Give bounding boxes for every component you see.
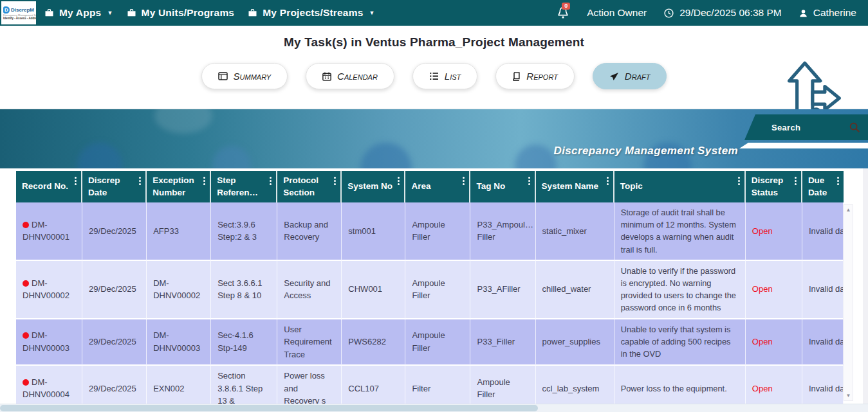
cell-protocol_section: Backup and Recovery (277, 202, 342, 261)
column-header-topic[interactable]: Topic (614, 171, 746, 202)
column-menu-icon[interactable] (334, 177, 336, 185)
chevron-down-icon: ▼ (369, 10, 374, 16)
scroll-down-arrow-icon[interactable]: ▼ (846, 393, 851, 399)
tab-draft-label: Draft (625, 71, 651, 82)
horizontal-scrollbar-thumb[interactable] (0, 405, 538, 411)
tab-list[interactable]: List (412, 63, 477, 89)
list-icon (429, 72, 439, 80)
tab-report-label: Report (526, 71, 558, 82)
cell-step_reference: Sec-4.1.6 Stp-149 (211, 319, 277, 366)
search-input[interactable]: Search (744, 114, 868, 140)
person-icon (799, 8, 808, 18)
column-header-due_date[interactable]: Due Date (802, 171, 844, 202)
cell-discrep_date: 29/Dec/2025 (82, 261, 147, 319)
top-nav-bar: D DiscrepM Discrepancy Management System… (0, 0, 868, 26)
cell-exception_number: AFP33 (147, 202, 211, 261)
page-scrollbar-track[interactable] (863, 168, 868, 404)
tab-calendar[interactable]: Calendar (306, 63, 394, 89)
cell-tag_no: P33_Ampoul… Filler (470, 202, 535, 261)
tasks-table: Record No.Discrep DateException NumberSt… (16, 171, 844, 412)
tab-summary[interactable]: Summary (201, 63, 288, 89)
column-header-step_reference[interactable]: Step Referen… (211, 171, 277, 202)
scroll-up-arrow-icon[interactable]: ▲ (846, 207, 851, 213)
column-menu-icon[interactable] (528, 177, 530, 185)
cell-system_no: CHW001 (342, 261, 405, 319)
notification-count-badge: 0 (562, 3, 570, 10)
cell-topic: Unable to verify if the password is encr… (614, 261, 746, 319)
cell-due_date: Invalid date (802, 202, 844, 261)
nav-my-projects-streams[interactable]: My Projects/Streams ▼ (247, 7, 374, 19)
cell-system_no: stm001 (342, 202, 405, 261)
cell-system_name: chilled_water (536, 261, 614, 319)
record-status-dot (23, 379, 29, 386)
horizontal-scrollbar[interactable] (0, 404, 868, 412)
record-status-dot (23, 332, 29, 339)
system-heading: Discrepancy Management System (553, 145, 738, 157)
cell-discrep_status: Open (746, 261, 802, 319)
column-header-record_no[interactable]: Record No. (16, 171, 82, 202)
table-row[interactable]: DM-DHNV0000329/Dec/2025DM-DHNV00003Sec-4… (16, 319, 844, 366)
cell-discrep_status: Open (746, 319, 802, 366)
column-header-exception_number[interactable]: Exception Number (147, 171, 211, 202)
column-menu-icon[interactable] (837, 177, 839, 185)
table-vertical-scrollbar[interactable]: ▲ ▼ (844, 204, 853, 401)
cell-due_date: Invalid date (802, 319, 844, 366)
table-header-row: Record No.Discrep DateException NumberSt… (16, 171, 844, 202)
column-menu-icon[interactable] (607, 177, 609, 185)
cell-topic: Storage of audit trail shall be minimum … (614, 202, 746, 261)
column-menu-icon[interactable] (398, 177, 400, 185)
column-header-protocol_section[interactable]: Protocol Section (277, 171, 342, 202)
cell-exception_number: DM-DHNV00002 (147, 261, 211, 319)
role-selector[interactable]: Action Owner (587, 7, 647, 19)
nav-my-units-label: My Units/Programs (142, 7, 235, 19)
table-header: Record No.Discrep DateException NumberSt… (16, 171, 844, 202)
cell-record_no: DM-DHNV00002 (16, 261, 82, 319)
column-header-tag_no[interactable]: Tag No (470, 171, 535, 202)
cell-topic: Unable to verify that system is capable … (614, 319, 746, 366)
record-status-dot (23, 280, 29, 287)
nav-my-projects-label: My Projects/Streams (263, 7, 363, 19)
page-header-band: My Task(s) in Ventus Pharma_Project Mana… (0, 26, 868, 109)
user-menu[interactable]: Catherine (799, 7, 856, 19)
table-row[interactable]: DM-DHNV0000229/Dec/2025DM-DHNV00002Sect … (16, 261, 844, 319)
record-status-dot (23, 222, 29, 228)
nav-my-apps[interactable]: My Apps ▼ (44, 7, 113, 19)
tab-draft[interactable]: Draft (593, 63, 667, 89)
column-menu-icon[interactable] (270, 177, 272, 185)
cell-system_name: static_mixer (536, 202, 614, 261)
username-label: Catherine (813, 7, 856, 19)
search-icon[interactable] (849, 121, 860, 133)
tab-report[interactable]: Report (495, 63, 575, 89)
notifications-button[interactable]: 0 (556, 5, 570, 21)
datetime-label: 29/Dec/2025 06:38 PM (679, 7, 782, 19)
column-header-discrep_status[interactable]: Discrep Status (746, 171, 802, 202)
column-header-discrep_date[interactable]: Discrep Date (82, 171, 147, 202)
briefcase-icon (126, 8, 137, 18)
nav-my-apps-label: My Apps (59, 7, 101, 19)
column-menu-icon[interactable] (738, 177, 740, 185)
column-header-system_name[interactable]: System Name (536, 171, 614, 202)
column-header-system_no[interactable]: System No (342, 171, 405, 202)
briefcase-icon (44, 8, 55, 18)
column-menu-icon[interactable] (139, 177, 141, 185)
briefcase-icon (247, 8, 258, 18)
cell-system_name: power_supplies (536, 319, 614, 366)
cell-step_reference: Sect:3.9.6 Step:2 & 3 (211, 202, 277, 261)
role-label: Action Owner (587, 7, 647, 19)
column-menu-icon[interactable] (463, 177, 465, 185)
tab-calendar-label: Calendar (337, 71, 378, 82)
report-book-icon (512, 72, 521, 81)
column-menu-icon[interactable] (75, 177, 77, 185)
view-tabs: Summary Calendar List Report Draft (0, 63, 868, 89)
app-logo[interactable]: D DiscrepM Discrepancy Management System… (1, 1, 36, 24)
task-table-section: Record No.Discrep DateException NumberSt… (0, 168, 868, 412)
cell-record_no: DM-DHNV00001 (16, 202, 82, 261)
cell-record_no: DM-DHNV00003 (16, 319, 82, 366)
tab-list-label: List (445, 71, 461, 82)
column-menu-icon[interactable] (203, 177, 205, 185)
column-header-area[interactable]: Area (405, 171, 470, 202)
nav-my-units-programs[interactable]: My Units/Programs (126, 7, 235, 19)
column-menu-icon[interactable] (795, 177, 797, 185)
logo-d-icon: D (3, 6, 10, 13)
table-row[interactable]: DM-DHNV0000129/Dec/2025AFP33Sect:3.9.6 S… (16, 202, 844, 261)
